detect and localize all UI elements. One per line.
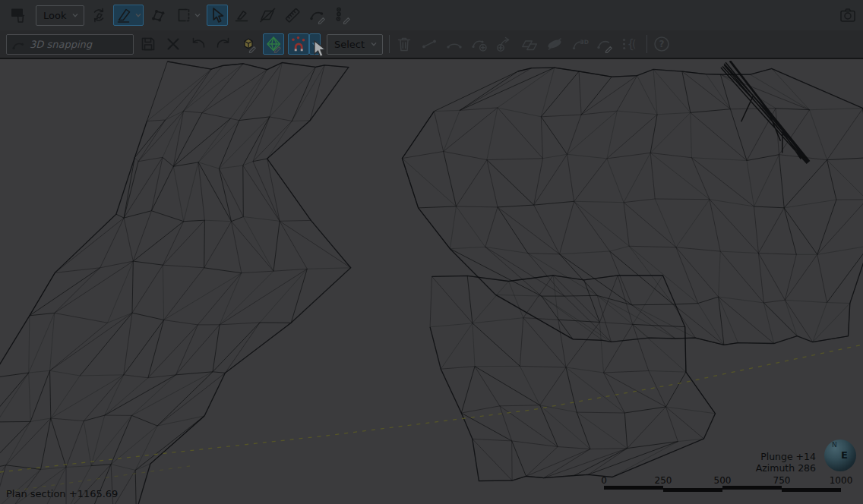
snapping-field: [6, 34, 134, 55]
scale-tick-label: 0: [601, 475, 607, 486]
curveplus-icon: [470, 35, 488, 53]
arc-button[interactable]: [444, 33, 465, 55]
save-button[interactable]: [138, 33, 159, 55]
scale-tick-label: 1000: [830, 475, 853, 486]
trash-icon: [395, 35, 413, 53]
svg-text:(: (: [632, 38, 636, 50]
look-dropdown[interactable]: Look: [36, 5, 84, 26]
scale-tick-label: 750: [773, 475, 791, 486]
meshpencil-icon: [264, 35, 283, 53]
scale-bar-segment: [604, 486, 663, 490]
scale-bar: 02505007501000: [604, 475, 841, 492]
curve-constraints-button[interactable]: {(: [619, 33, 640, 55]
scale-bar-segment: [722, 486, 782, 490]
toolbar-edit: Select3D{(?: [0, 30, 863, 59]
select-tool-button[interactable]: [207, 5, 228, 26]
pointspencil-icon: [334, 6, 352, 24]
svg-text:3D: 3D: [580, 39, 589, 46]
undo-icon: [189, 35, 207, 53]
rotate-edit-button[interactable]: [88, 5, 109, 26]
cubepencil-icon: [239, 35, 258, 53]
select-mode-dropdown-label: Select: [334, 39, 365, 50]
edit-points-button[interactable]: [332, 5, 353, 26]
edit-mesh-button[interactable]: [263, 33, 284, 55]
segment-button[interactable]: [419, 33, 440, 55]
help-icon: ?: [653, 35, 671, 53]
cursorarrow-icon: [208, 6, 226, 24]
snap-magnet-button[interactable]: [288, 33, 309, 55]
slicer-draw-button[interactable]: [113, 5, 144, 26]
magnet-icon: [289, 35, 308, 53]
planes-button[interactable]: [519, 33, 540, 55]
wireframe-meshes: [0, 61, 863, 504]
save-icon: [139, 35, 157, 53]
snapping-input[interactable]: [28, 38, 130, 51]
slicer-box-button[interactable]: [172, 5, 203, 26]
toolbar-primary: Look: [0, 0, 863, 30]
slicebox-icon: [175, 6, 193, 24]
blade-icon: [115, 6, 134, 24]
look-dropdown-label: Look: [43, 10, 66, 21]
ruler-icon: [283, 6, 302, 24]
curvearrowplus-icon: [495, 35, 514, 53]
undo-button[interactable]: [188, 33, 209, 55]
disc-icon: [545, 35, 564, 53]
plan-section-label: Plan section +1165.69: [6, 488, 118, 499]
structural-disc-button[interactable]: [544, 33, 565, 55]
orientation-readout: Plunge +14 Azimuth 286: [756, 451, 816, 474]
toolbar-separator: [389, 35, 390, 53]
left-band-mesh: [0, 61, 351, 504]
rotateedit-icon: [90, 6, 108, 24]
bladeline-icon: [233, 6, 251, 24]
curvepencil-icon: [308, 6, 327, 24]
clearscene-icon: [10, 6, 28, 24]
section-trace-line: [0, 345, 863, 472]
close-edit-button[interactable]: [163, 33, 184, 55]
draw-polyline-button[interactable]: [147, 5, 169, 26]
azimuth-value: Azimuth 286: [756, 462, 816, 474]
add-tangent-button[interactable]: [494, 33, 515, 55]
mouse-cursor: [313, 40, 328, 63]
scale-tick-label: 500: [714, 475, 732, 486]
plunge-value: Plunge +14: [756, 451, 816, 462]
compass-minor-label: N: [832, 441, 837, 449]
compass-ball[interactable]: N E: [824, 439, 856, 471]
close-icon: [164, 35, 182, 53]
draw-curve-button[interactable]: [307, 5, 328, 26]
edit-cube-button[interactable]: [238, 33, 259, 55]
help-button[interactable]: ?: [651, 33, 672, 55]
arc-icon: [445, 35, 463, 53]
ruler-button[interactable]: [282, 5, 303, 26]
curve-3d-button[interactable]: 3D: [569, 33, 590, 55]
svg-text:?: ?: [659, 39, 665, 49]
redo-icon: [214, 35, 232, 53]
scale-tick-label: 250: [655, 475, 672, 486]
curvebrace-icon: {(: [621, 35, 639, 53]
planeslash-icon: [258, 6, 277, 24]
right-tail-mesh: [430, 276, 715, 481]
select-mode-dropdown[interactable]: Select: [327, 34, 383, 55]
mesh-fold-band: [721, 61, 810, 164]
toolbar-separator: [646, 35, 647, 53]
chevron-down-icon: [194, 11, 201, 19]
delete-button[interactable]: [394, 33, 415, 55]
add-node-button[interactable]: [469, 33, 490, 55]
chevron-down-icon: [370, 39, 378, 50]
scale-bar-segment: [782, 488, 841, 492]
redo-button[interactable]: [213, 33, 234, 55]
curve-edit-button[interactable]: [594, 33, 615, 55]
polydots-icon: [149, 6, 167, 24]
scale-bar-segment: [663, 488, 722, 492]
draw-plane-button[interactable]: [232, 5, 253, 26]
clear-scene-button[interactable]: [8, 5, 30, 26]
compass-east-label: E: [841, 449, 848, 461]
camera-icon: [839, 6, 857, 24]
chevron-down-icon: [134, 11, 142, 19]
right-main-mesh: [402, 68, 863, 345]
planes-icon: [520, 35, 539, 53]
polygon-plane-button[interactable]: [257, 5, 278, 26]
curveedit-icon: [596, 35, 614, 53]
scene-viewport[interactable]: Plan section +1165.69 Plunge +14 Azimuth…: [0, 61, 863, 504]
curve3d-icon: 3D: [571, 35, 589, 53]
camera-snapshot-button[interactable]: [837, 5, 858, 26]
